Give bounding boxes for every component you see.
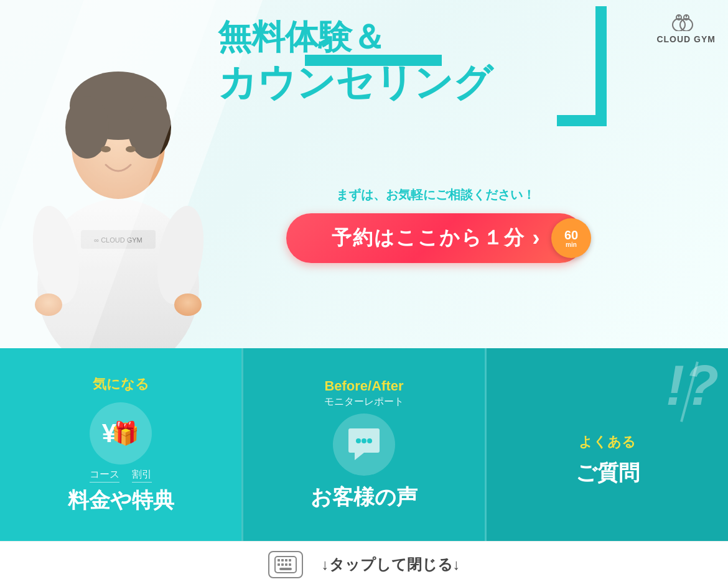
- cta-button[interactable]: 予約はここから１分 › 60 min: [286, 213, 585, 263]
- cta-arrow: ›: [533, 225, 540, 251]
- svg-rect-29: [281, 563, 284, 566]
- svg-rect-28: [278, 563, 280, 566]
- hero-section: ∞ CLOUD GYM 無料体験＆ カウンセリング まずは、お気軽にご相談くださ…: [0, 0, 728, 348]
- svg-rect-32: [279, 568, 292, 570]
- svg-rect-25: [281, 559, 284, 562]
- card2-main-label: お客様の声: [310, 483, 418, 512]
- card1-top-label: 気になる: [93, 375, 149, 394]
- close-text[interactable]: ↓タップして閉じる↓: [322, 555, 460, 575]
- cta-timer: 60 min: [551, 218, 591, 258]
- logo-area: CLOUD GYM: [656, 12, 716, 45]
- svg-rect-30: [285, 563, 287, 566]
- card-faq[interactable]: !? よくある ご質問: [487, 348, 728, 541]
- cta-timer-number: 60: [564, 229, 578, 241]
- card-testimonials[interactable]: Before/After モニターレポート お客様の声: [241, 348, 487, 541]
- svg-text:∞ CLOUD GYM: ∞ CLOUD GYM: [94, 236, 142, 244]
- card2-top-label: Before/After: [324, 378, 403, 394]
- card1-tag2: 割引: [132, 468, 152, 481]
- title-line1: 無料体験＆: [218, 19, 616, 55]
- card1-icon: ¥ 🎁: [90, 402, 152, 465]
- svg-point-10: [26, 202, 86, 308]
- svg-point-5: [128, 96, 171, 159]
- card1-tag1: コース: [90, 468, 119, 481]
- svg-point-7: [126, 146, 136, 152]
- svg-rect-8: [81, 230, 156, 249]
- card1-main-label: 料金や特典: [68, 486, 174, 515]
- svg-point-3: [70, 72, 167, 140]
- svg-point-21: [362, 438, 366, 443]
- svg-point-12: [35, 294, 62, 316]
- title-line2: カウンセリング: [218, 62, 616, 104]
- keyboard-icon[interactable]: [268, 551, 303, 578]
- svg-point-2: [72, 93, 165, 199]
- svg-rect-1: [106, 155, 131, 193]
- svg-rect-24: [278, 559, 280, 562]
- deco-bar-bottom: [557, 115, 607, 126]
- card2-sub-label: モニターレポート: [324, 395, 404, 409]
- card-pricing[interactable]: 気になる ¥ 🎁 コース 割引 料金や特典: [0, 348, 241, 541]
- card3-top-label: よくある: [579, 433, 636, 451]
- cards-section: 気になる ¥ 🎁 コース 割引 料金や特典 Before/After モニターレ…: [0, 348, 728, 541]
- subtitle-text: まずは、お気軽にご相談ください！: [218, 187, 653, 203]
- cta-timer-label: min: [566, 241, 577, 248]
- bottom-bar[interactable]: ↓タップして閉じる↓: [0, 541, 728, 587]
- svg-point-22: [367, 438, 372, 443]
- svg-rect-31: [289, 563, 291, 566]
- title-area: 無料体験＆ カウンセリング: [218, 19, 616, 104]
- svg-point-13: [174, 294, 202, 316]
- svg-point-4: [65, 96, 109, 159]
- card3-main-label: ご質問: [576, 459, 640, 488]
- cta-button-label: 予約はここから１分: [332, 224, 525, 252]
- logo-text: CLOUD GYM: [656, 34, 716, 44]
- card1-tags: コース 割引: [90, 468, 152, 481]
- card2-icon: [333, 414, 395, 476]
- card2-header: Before/After モニターレポート: [324, 378, 404, 409]
- cloud-gym-logo-icon: [671, 12, 702, 31]
- person-image: ∞ CLOUD GYM: [0, 12, 236, 348]
- svg-point-20: [356, 438, 361, 443]
- svg-rect-27: [289, 559, 291, 562]
- svg-rect-26: [285, 559, 287, 562]
- svg-point-6: [101, 146, 111, 152]
- subtitle-area: まずは、お気軽にご相談ください！ 予約はここから１分 › 60 min: [218, 187, 653, 263]
